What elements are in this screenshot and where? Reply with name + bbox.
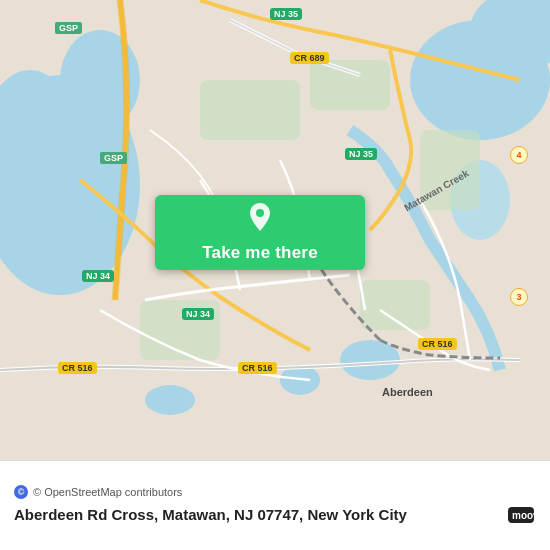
take-me-there-button[interactable]: Take me there [155,195,365,270]
nj34-left-label: NJ 34 [82,270,114,282]
location-pin-icon [246,203,274,239]
route4-label: 4 [510,146,528,164]
svg-point-15 [256,209,264,217]
address-row: Aberdeen Rd Cross, Matawan, NJ 07747, Ne… [14,503,536,527]
address-text: Aberdeen Rd Cross, Matawan, NJ 07747, Ne… [14,506,508,523]
nj35-top-label: NJ 35 [270,8,302,20]
cr516-left-label: CR 516 [58,362,97,374]
svg-rect-13 [360,280,430,330]
svg-text:moovit: moovit [512,510,536,521]
svg-rect-10 [200,80,300,140]
route3-label: 3 [510,288,528,306]
aberdeen-label: Aberdeen [382,386,433,398]
svg-rect-11 [310,60,390,110]
osm-credit: © © OpenStreetMap contributors [14,485,536,499]
gsp-top-label: GSP [55,22,82,34]
osm-text: © OpenStreetMap contributors [33,486,182,498]
cr516-right-label: CR 516 [418,338,457,350]
cr689-label: CR 689 [290,52,329,64]
moovit-logo: moovit [508,503,536,527]
gsp-mid-label: GSP [100,152,127,164]
osm-logo: © [14,485,28,499]
take-me-there-label: Take me there [202,243,318,263]
map-container: NJ 35 CR 689 GSP GSP NJ 35 NJ 34 NJ 34 C… [0,0,550,550]
nj35-mid-label: NJ 35 [345,148,377,160]
nj34-mid-label: NJ 34 [182,308,214,320]
cr516-mid-label: CR 516 [238,362,277,374]
svg-point-9 [145,385,195,415]
bottom-bar: © © OpenStreetMap contributors Aberdeen … [0,460,550,550]
